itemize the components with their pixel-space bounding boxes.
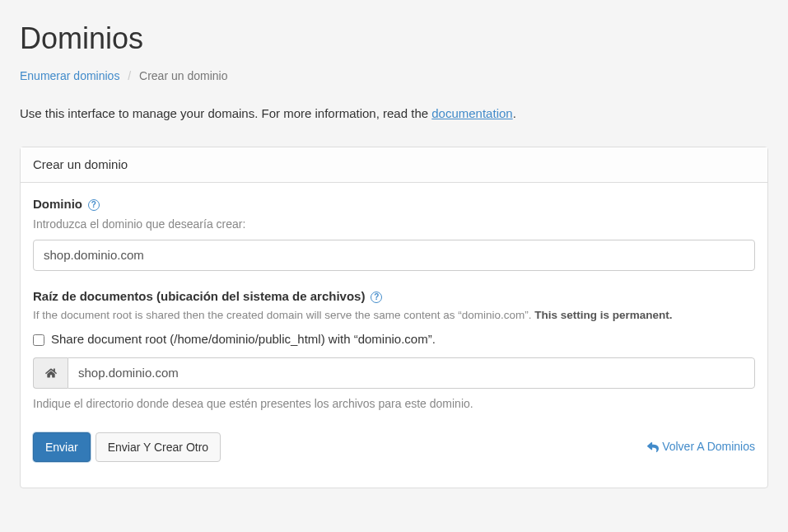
docroot-help-bold: This setting is permanent.	[534, 309, 672, 321]
intro-text-after: .	[513, 106, 516, 120]
docroot-footer-text: Indique el directorio donde desea que es…	[33, 395, 755, 413]
panel-heading: Crear un dominio	[21, 147, 767, 184]
docroot-form-group: Raíz de documentos (ubicación del sistem…	[33, 287, 755, 413]
docroot-help-text: If the document root is shared then the …	[33, 307, 755, 324]
home-icon	[45, 367, 57, 379]
page-title: Dominios	[20, 16, 768, 61]
submit-another-button[interactable]: Enviar Y Crear Otro	[96, 432, 221, 462]
help-icon[interactable]: ?	[371, 292, 382, 303]
share-docroot-row[interactable]: Share document root (/home/dominio/publi…	[33, 330, 755, 349]
submit-button[interactable]: Enviar	[33, 432, 91, 462]
breadcrumb-list-domains[interactable]: Enumerar dominios	[20, 69, 119, 82]
create-domain-panel: Crear un dominio Dominio ? Introduzca el…	[20, 147, 768, 488]
documentation-link[interactable]: documentation	[431, 106, 512, 120]
share-docroot-label: Share document root (/home/dominio/publi…	[51, 330, 436, 349]
docroot-help-before: If the document root is shared then the …	[33, 309, 534, 321]
intro-text-before: Use this interface to manage your domain…	[20, 106, 431, 120]
home-icon-addon	[33, 357, 68, 389]
domain-help-text: Introduzca el dominio que desearía crear…	[33, 216, 755, 233]
docroot-path-input[interactable]	[68, 357, 755, 389]
breadcrumb-current: Crear un dominio	[139, 69, 227, 82]
breadcrumb: Enumerar dominios / Crear un dominio	[20, 68, 768, 85]
back-to-domains-link[interactable]: Volver A Dominios	[647, 438, 755, 455]
help-icon[interactable]: ?	[88, 199, 100, 211]
breadcrumb-separator: /	[128, 69, 131, 82]
button-group: Enviar Enviar Y Crear Otro	[33, 432, 221, 462]
docroot-path-group	[33, 357, 755, 389]
reply-icon	[647, 441, 659, 453]
back-link-label: Volver A Dominios	[662, 438, 755, 455]
domain-input[interactable]	[33, 240, 755, 271]
share-docroot-checkbox[interactable]	[33, 334, 44, 346]
domain-form-group: Dominio ? Introduzca el dominio que dese…	[33, 195, 755, 271]
button-row: Enviar Enviar Y Crear Otro Volver A Domi…	[33, 432, 755, 462]
intro-text: Use this interface to manage your domain…	[20, 105, 768, 124]
docroot-label: Raíz de documentos (ubicación del sistem…	[33, 287, 365, 306]
domain-label: Dominio	[33, 195, 82, 214]
